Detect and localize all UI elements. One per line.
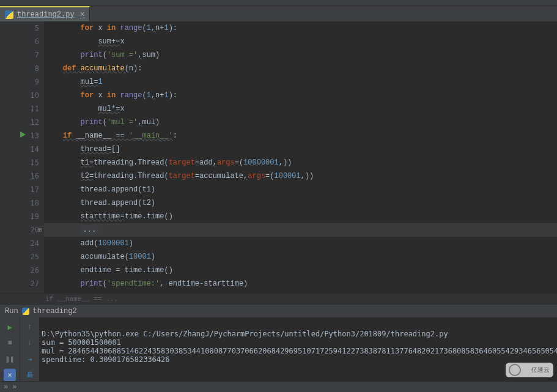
code-line[interactable]: t1=threading.Thread(target=add,args=(100…	[44, 156, 557, 169]
line-number: 27	[0, 277, 44, 290]
breadcrumb-text: if __name__ == ...	[45, 295, 118, 303]
console-line: spendtime: 0.3090176582336426	[42, 355, 170, 364]
line-number: 26	[0, 264, 44, 277]
line-number: 14	[0, 142, 44, 156]
console-output[interactable]: D:\Python35\python.exe C:/Users/ZhangJ/P…	[39, 317, 557, 381]
line-number: 15	[0, 156, 44, 169]
code-line[interactable]: mul=1	[44, 75, 557, 89]
line-number: 6	[0, 35, 44, 48]
run-gutter-icon[interactable]	[20, 131, 26, 138]
console-line: mul = 2846544306885146224358303853441080…	[42, 347, 557, 355]
editor-tab-bar: threading2.py	[0, 6, 557, 21]
close-icon[interactable]	[78, 10, 87, 19]
python-file-icon	[5, 10, 13, 19]
line-number: 16	[0, 169, 44, 183]
code-line[interactable]: mul*=x	[44, 102, 557, 116]
code-line-folded[interactable]: ...	[44, 223, 557, 237]
console-line: sum = 500001500001	[42, 338, 121, 347]
stop-button[interactable]: ■	[4, 337, 16, 349]
code-line[interactable]: add(1000001)	[44, 237, 557, 250]
line-number: 18	[0, 196, 44, 210]
menu-bar	[0, 0, 557, 6]
run-config-name: threading2	[33, 307, 77, 316]
line-number: 13	[0, 129, 44, 142]
code-editor[interactable]: 5 6 7 8 9 10 11 12 13 14 15 16 17 18 19 …	[0, 21, 557, 293]
code-line[interactable]: sum+=x	[44, 35, 557, 48]
soft-wrap-icon[interactable]: ⇥	[24, 353, 36, 365]
line-number: ⊞20	[0, 223, 44, 237]
line-number: 12	[0, 116, 44, 129]
line-number: 11	[0, 102, 44, 116]
chevron-right-icon[interactable]: »	[12, 383, 15, 391]
console-toolbar-right: ↑ ↓ ⇥ 🖶	[20, 317, 39, 381]
folded-region[interactable]: ...	[81, 226, 99, 234]
line-number: 7	[0, 48, 44, 62]
rerun-button[interactable]: ▶	[4, 321, 16, 333]
breadcrumb[interactable]: if __name__ == ...	[0, 293, 557, 304]
run-label: Run	[5, 307, 18, 316]
python-file-icon	[22, 308, 29, 315]
fold-expand-icon[interactable]: ⊞	[36, 227, 42, 232]
print-icon[interactable]: 🖶	[24, 369, 36, 381]
tab-label: threading2.py	[17, 10, 75, 19]
code-line[interactable]: t2=threading.Thread(target=accumulate,ar…	[44, 169, 557, 183]
code-line[interactable]: thread.append(t1)	[44, 183, 557, 196]
line-number: 24	[0, 237, 44, 250]
watermark-logo: 亿速云	[506, 363, 553, 377]
code-line[interactable]: for x in range(1,n+1):	[44, 89, 557, 102]
pause-button[interactable]: ❚❚	[4, 353, 16, 365]
run-toolwindow-header[interactable]: Run threading2	[0, 304, 557, 317]
code-line[interactable]: def accumulate(n):	[44, 62, 557, 75]
line-number: 19	[0, 210, 44, 223]
code-line[interactable]: endtime = time.time()	[44, 264, 557, 277]
code-content[interactable]: for x in range(1,n+1): sum+=x print('sum…	[44, 21, 557, 293]
line-number: 8	[0, 62, 44, 75]
code-line[interactable]: thread=[]	[44, 142, 557, 156]
chevron-right-icon[interactable]: »	[4, 383, 6, 391]
code-line[interactable]: thread.append(t2)	[44, 196, 557, 210]
line-number: 5	[0, 21, 44, 35]
run-console: ▶ ■ ❚❚ ⨯ ↑ ↓ ⇥ 🖶 D:\Python35\python.exe …	[0, 317, 557, 381]
scroll-up-icon[interactable]: ↑	[24, 321, 36, 333]
code-line[interactable]: accumulate(10001)	[44, 250, 557, 264]
line-number: 17	[0, 183, 44, 196]
line-number: 25	[0, 250, 44, 264]
code-line[interactable]: print('spendtime:', endtime-starttime)	[44, 277, 557, 290]
code-line[interactable]: print('sum =',sum)	[44, 48, 557, 62]
line-number: 10	[0, 89, 44, 102]
scroll-down-icon[interactable]: ↓	[24, 337, 36, 349]
console-line: D:\Python35\python.exe C:/Users/ZhangJ/P…	[42, 330, 448, 338]
console-toolbar-left: ▶ ■ ❚❚ ⨯	[0, 317, 20, 381]
gutter: 5 6 7 8 9 10 11 12 13 14 15 16 17 18 19 …	[0, 21, 44, 293]
code-line[interactable]: if __name__ == '__main__':	[44, 129, 557, 142]
status-bar: » »	[0, 381, 557, 392]
tab-threading2[interactable]: threading2.py	[0, 6, 90, 21]
code-line[interactable]: starttime=time.time()	[44, 210, 557, 223]
code-line[interactable]: print('mul =',mul)	[44, 116, 557, 129]
line-number: 9	[0, 75, 44, 89]
code-line[interactable]: for x in range(1,n+1):	[44, 21, 557, 35]
close-button[interactable]: ⨯	[4, 369, 16, 381]
